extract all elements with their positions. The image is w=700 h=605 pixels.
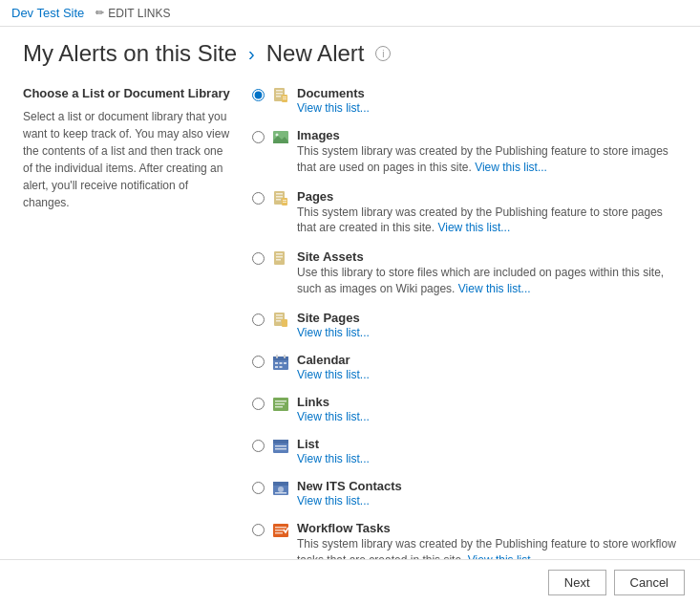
site-assets-content: Site Assets Use this library to store fi… bbox=[297, 249, 677, 297]
cancel-button[interactable]: Cancel bbox=[614, 570, 685, 595]
svg-rect-13 bbox=[276, 199, 281, 201]
images-view-link[interactable]: View this list... bbox=[475, 161, 547, 174]
contacts-content: New ITS Contacts View this list... bbox=[297, 479, 677, 508]
calendar-view-link[interactable]: View this list... bbox=[297, 368, 370, 381]
svg-rect-28 bbox=[276, 355, 278, 358]
links-radio[interactable] bbox=[252, 398, 265, 410]
site-name[interactable]: Dev Test Site bbox=[11, 6, 84, 20]
svg-rect-11 bbox=[276, 193, 283, 195]
svg-rect-25 bbox=[282, 319, 287, 327]
left-panel-heading: Choose a List or Document Library bbox=[23, 86, 233, 100]
contacts-icon bbox=[272, 480, 289, 497]
svg-rect-12 bbox=[276, 196, 283, 198]
bottom-bar: Next Cancel bbox=[0, 559, 700, 605]
contacts-radio[interactable] bbox=[252, 482, 265, 494]
right-panel: Documents View this list... Images This … bbox=[252, 86, 677, 581]
edit-links-button[interactable]: ✏ EDIT LINKS bbox=[95, 7, 170, 20]
pencil-icon: ✏ bbox=[95, 7, 104, 19]
calendar-radio[interactable] bbox=[252, 356, 265, 368]
svg-rect-44 bbox=[273, 482, 288, 486]
edit-links-label: EDIT LINKS bbox=[108, 7, 170, 20]
svg-rect-29 bbox=[284, 355, 286, 358]
documents-name: Documents bbox=[297, 86, 677, 100]
page-title-main: My Alerts on this Site bbox=[23, 40, 237, 67]
pages-desc: This system library was created by the P… bbox=[297, 205, 677, 237]
list-radio[interactable] bbox=[252, 440, 265, 452]
contacts-name: New ITS Contacts bbox=[297, 479, 677, 493]
svg-rect-40 bbox=[273, 440, 288, 443]
svg-rect-1 bbox=[276, 90, 283, 92]
site-assets-view-link[interactable]: View this list... bbox=[458, 282, 531, 295]
site-assets-radio[interactable] bbox=[252, 252, 265, 265]
list-icon bbox=[272, 438, 289, 455]
info-icon[interactable]: i bbox=[375, 46, 391, 61]
documents-icon bbox=[272, 87, 289, 104]
svg-rect-41 bbox=[275, 445, 286, 447]
list-item: Pages This system library was created by… bbox=[252, 189, 677, 237]
svg-rect-16 bbox=[283, 202, 286, 203]
documents-content: Documents View this list... bbox=[297, 86, 677, 115]
contacts-view-link[interactable]: View this list... bbox=[297, 494, 370, 508]
site-assets-desc: Use this library to store files which ar… bbox=[297, 265, 677, 297]
svg-rect-34 bbox=[280, 366, 283, 368]
svg-rect-50 bbox=[275, 532, 283, 534]
list-view-link[interactable]: View this list... bbox=[297, 452, 370, 465]
svg-rect-5 bbox=[283, 97, 286, 97]
images-name: Images bbox=[297, 128, 677, 142]
svg-rect-49 bbox=[275, 529, 285, 531]
links-icon bbox=[272, 396, 289, 413]
workflow-radio[interactable] bbox=[252, 524, 265, 536]
documents-radio[interactable] bbox=[252, 89, 265, 101]
list-item: Links View this list... bbox=[252, 395, 677, 423]
workflow-name: Workflow Tasks bbox=[297, 521, 677, 535]
list-item: Images This system library was created b… bbox=[252, 128, 677, 176]
svg-rect-37 bbox=[275, 403, 285, 405]
svg-point-45 bbox=[278, 486, 284, 492]
svg-rect-20 bbox=[276, 259, 281, 261]
top-bar: Dev Test Site ✏ EDIT LINKS bbox=[0, 0, 700, 27]
site-pages-name: Site Pages bbox=[297, 311, 677, 325]
documents-view-link[interactable]: View this list... bbox=[297, 101, 370, 115]
svg-rect-32 bbox=[284, 362, 286, 364]
images-content: Images This system library was created b… bbox=[297, 128, 677, 176]
site-pages-radio[interactable] bbox=[252, 313, 265, 326]
svg-rect-3 bbox=[276, 96, 281, 97]
svg-rect-36 bbox=[275, 400, 286, 402]
pages-radio[interactable] bbox=[252, 192, 265, 205]
next-button[interactable]: Next bbox=[548, 570, 606, 595]
workflow-icon bbox=[272, 522, 289, 539]
svg-rect-2 bbox=[276, 93, 283, 95]
calendar-icon bbox=[272, 354, 289, 371]
svg-rect-15 bbox=[283, 200, 286, 201]
list-name: List bbox=[297, 437, 677, 451]
links-name: Links bbox=[297, 395, 677, 409]
svg-rect-6 bbox=[283, 98, 286, 99]
list-item: Site Assets Use this library to store fi… bbox=[252, 249, 677, 297]
main-content: Choose a List or Document Library Select… bbox=[0, 76, 700, 591]
svg-rect-18 bbox=[276, 253, 283, 255]
pages-icon bbox=[272, 190, 289, 207]
left-panel: Choose a List or Document Library Select… bbox=[23, 86, 233, 581]
left-panel-description: Select a list or document library that y… bbox=[23, 108, 233, 211]
site-pages-view-link[interactable]: View this list... bbox=[297, 326, 370, 339]
svg-rect-22 bbox=[276, 314, 283, 316]
page-title-area: My Alerts on this Site › New Alert i bbox=[0, 27, 700, 76]
svg-rect-24 bbox=[276, 320, 281, 322]
list-item: Calendar View this list... bbox=[252, 353, 677, 381]
links-content: Links View this list... bbox=[297, 395, 677, 423]
images-radio[interactable] bbox=[252, 131, 265, 143]
pages-name: Pages bbox=[297, 189, 677, 204]
links-view-link[interactable]: View this list... bbox=[297, 410, 370, 423]
svg-rect-38 bbox=[275, 406, 283, 408]
svg-rect-23 bbox=[276, 317, 283, 319]
svg-rect-46 bbox=[275, 492, 286, 494]
page-title-sub: New Alert bbox=[266, 40, 365, 67]
svg-rect-33 bbox=[275, 366, 278, 368]
list-item: New ITS Contacts View this list... bbox=[252, 479, 677, 508]
svg-rect-19 bbox=[276, 256, 283, 258]
svg-rect-31 bbox=[280, 362, 283, 364]
site-assets-name: Site Assets bbox=[297, 249, 677, 264]
svg-rect-30 bbox=[275, 362, 278, 364]
pages-view-link[interactable]: View this list... bbox=[437, 221, 510, 234]
site-assets-icon bbox=[272, 250, 289, 268]
